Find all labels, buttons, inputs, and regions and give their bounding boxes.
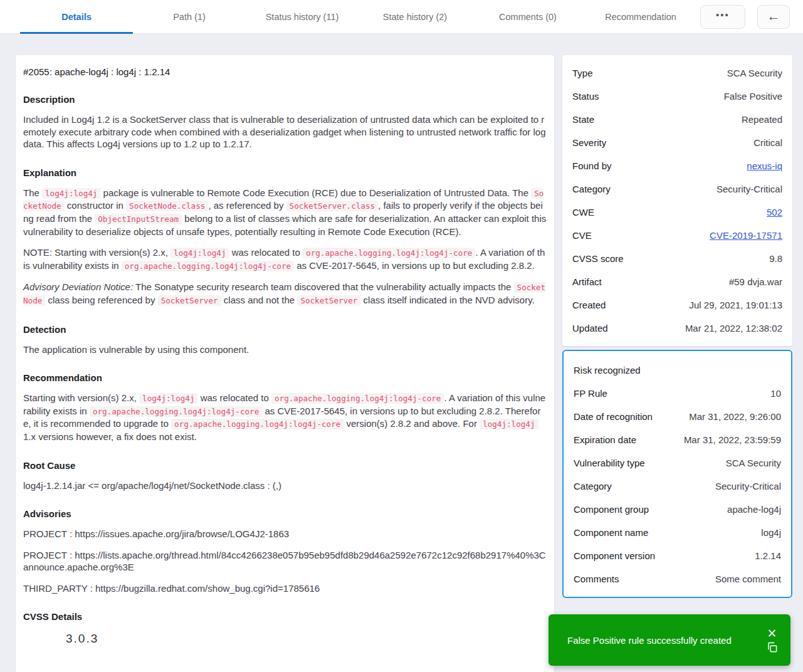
main-content: #2055: apache-log4j : log4j : 1.2.14 Des… <box>0 34 803 672</box>
paragraph: Starting with version(s) 2.x, log4j:log4… <box>23 392 547 443</box>
code-chip: log4j:log4j <box>42 188 100 199</box>
toast-icons: ✕ <box>766 627 778 653</box>
info-label: Severity <box>572 137 606 148</box>
article: #2055: apache-log4j : log4j : 1.2.14 Des… <box>16 55 554 672</box>
info-label: Status <box>572 91 599 102</box>
info-label: CWE <box>572 207 594 218</box>
tab-actions: ••• ← <box>700 0 803 33</box>
info-row: CVSS score 9.8 <box>572 247 782 270</box>
tab[interactable]: Recommendation <box>584 0 697 33</box>
vulnerability-info-panel: Type SCA Security Status False Positive … <box>562 55 792 346</box>
info-row: Comments Some comment <box>574 567 781 591</box>
code-chip: org.apache.logging.log4j:log4j-core <box>303 248 475 258</box>
info-row: Artifact #59 dvja.war <box>572 270 782 293</box>
article-sections: DescriptionIncluded in Log4j 1.2 is a So… <box>23 94 547 646</box>
tab[interactable]: Path (1) <box>133 0 246 33</box>
tab-bar: Details Path (1) Status history (11) Sta… <box>0 0 803 34</box>
info-label: Found by <box>572 160 612 171</box>
info-value: Critical <box>753 137 782 148</box>
info-label: Component version <box>574 550 655 561</box>
tab-label: Recommendation <box>605 12 676 22</box>
info-row: Category Security-Critical <box>574 475 781 498</box>
paragraph: PROJECT : https://lists.apache.org/threa… <box>23 549 547 574</box>
more-icon: ••• <box>716 9 730 20</box>
details-sidebar: Type SCA Security Status False Positive … <box>562 55 792 598</box>
paragraph: PROJECT : https://issues.apache.org/jira… <box>23 528 547 540</box>
info-row: Component version 1.2.14 <box>574 544 781 567</box>
info-value-link[interactable]: 502 <box>767 207 782 218</box>
info-value: 1.2.14 <box>755 550 781 561</box>
more-button[interactable]: ••• <box>700 5 745 29</box>
tab-label: Path (1) <box>173 12 206 22</box>
info-value: Mar 21, 2022, 12:38:02 <box>685 323 782 333</box>
section-heading: Recommendation <box>23 372 547 383</box>
info-label: Created <box>572 300 606 310</box>
code-chip: SocketServer.class <box>286 201 378 211</box>
section-heading: Description <box>23 94 547 105</box>
info-row: Created Jul 29, 2021, 19:01:13 <box>572 293 782 317</box>
info-label: FP Rule <box>574 388 607 399</box>
info-value: #59 dvja.war <box>729 276 782 287</box>
info-row: Expiration date Mar 31, 2022, 23:59:59 <box>574 428 781 451</box>
info-row: Component group apache-log4j <box>574 498 781 521</box>
info-value: Mar 31, 2022, 9:26:00 <box>689 411 781 422</box>
paragraph: log4j-1.2.14.jar <= org/apache/log4j/net… <box>23 480 547 492</box>
code-chip: SocketNode <box>23 188 543 212</box>
info-value: False Positive <box>724 91 782 102</box>
info-row: Updated Mar 21, 2022, 12:38:02 <box>572 317 782 340</box>
code-chip: log4j:log4j <box>171 248 229 258</box>
info-label: Component name <box>574 527 648 538</box>
section-heading: CVSS Details <box>23 611 547 622</box>
info-label: State <box>572 114 594 125</box>
fp-rule-panel: Risk recognized FP Rule 10 Date of recog… <box>562 350 792 598</box>
info-value-link[interactable]: nexus-iq <box>747 160 782 171</box>
fp-panel-title: Risk recognized <box>574 365 641 375</box>
info-row: State Repeated <box>572 108 782 131</box>
toast-message: False Positive rule successfully created <box>567 635 766 646</box>
back-button[interactable]: ← <box>757 5 790 29</box>
info-value: Jul 29, 2021, 19:01:13 <box>690 300 782 310</box>
info-row: CVE CVE-2019-17571 <box>572 224 782 247</box>
info-value: Security-Critical <box>715 481 781 491</box>
tab[interactable]: Details <box>20 0 133 33</box>
info-row: Found by nexus-iq <box>572 154 782 177</box>
info-value-link[interactable]: CVE-2019-17571 <box>710 230 782 241</box>
tab[interactable]: State history (2) <box>359 0 471 33</box>
section-heading: Explanation <box>23 167 547 178</box>
info-label: CVSS score <box>572 253 624 264</box>
info-label: Type <box>572 68 593 78</box>
code-chip: ObjectInputStream <box>95 214 182 224</box>
info-label: Vulnerability type <box>574 458 645 468</box>
code-chip: log4j:log4j <box>139 393 197 404</box>
code-chip: org.apache.logging.log4j:log4j-core <box>271 393 444 404</box>
info-row: CWE 502 <box>572 201 782 224</box>
code-chip: org.apache.logging.log4j:log4j-core <box>171 419 344 429</box>
code-chip: org.apache.logging.log4j:log4j-core <box>90 406 262 417</box>
info-value: Some comment <box>715 574 781 584</box>
tab-label: Status history (11) <box>266 12 339 22</box>
close-icon[interactable]: ✕ <box>767 627 777 641</box>
paragraph: THIRD_PARTY : https://bugzilla.redhat.co… <box>23 582 547 595</box>
info-value: Security-Critical <box>716 184 782 194</box>
info-label: Comments <box>574 574 619 584</box>
info-row: Date of recognition Mar 31, 2022, 9:26:0… <box>574 405 781 428</box>
info-row: FP Rule 10 <box>574 382 781 405</box>
info-row: Type SCA Security <box>572 61 782 85</box>
info-label: Category <box>574 481 612 491</box>
tab[interactable]: Status history (11) <box>246 0 359 33</box>
code-chip: org.apache.logging.log4j:log4j-core <box>122 261 294 271</box>
tab-label: State history (2) <box>383 12 447 22</box>
info-row: Status False Positive <box>572 85 782 108</box>
info-label: Updated <box>572 323 608 333</box>
info-label: Artifact <box>572 276 602 287</box>
paragraph: The log4j:log4j package is vulnerable to… <box>23 187 547 238</box>
section-heading: Detection <box>23 324 547 335</box>
info-label: CVE <box>572 230 592 241</box>
info-row: Category Security-Critical <box>572 177 782 201</box>
paragraph: Advisory Deviation Notice: The Sonatype … <box>23 281 547 307</box>
code-chip: SocketNode.class <box>126 201 208 211</box>
toast: False Positive rule successfully created… <box>548 614 790 666</box>
page-title: #2055: apache-log4j : log4j : 1.2.14 <box>23 66 547 77</box>
tab[interactable]: Comments (0) <box>471 0 584 33</box>
copy-icon[interactable] <box>766 641 778 653</box>
